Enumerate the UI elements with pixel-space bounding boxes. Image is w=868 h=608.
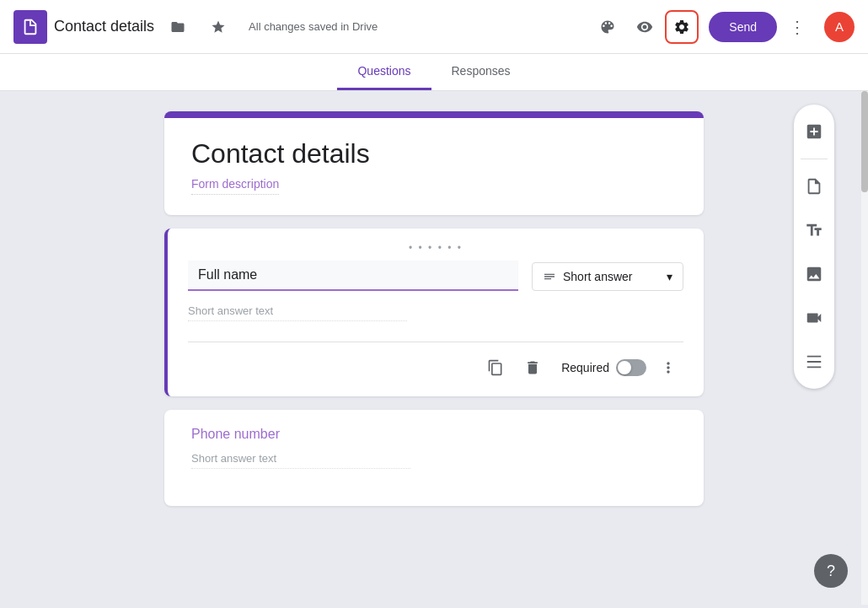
required-label: Required [561, 361, 609, 374]
topbar-icons: Send ⋮ A [591, 10, 855, 44]
topbar-left: Contact details All changes saved in Dri… [13, 10, 591, 44]
doc-title: Contact details [54, 18, 154, 35]
delete-question-button[interactable] [517, 352, 548, 383]
short-answer-icon [543, 270, 556, 283]
tabs: Questions Responses [0, 54, 868, 91]
add-section-button[interactable] [794, 342, 834, 382]
tab-questions[interactable]: Questions [337, 54, 431, 90]
form-title: Contact details [191, 138, 677, 169]
help-button[interactable]: ? [814, 554, 848, 588]
preview-icon-button[interactable] [628, 10, 662, 44]
import-question-button[interactable] [794, 166, 834, 207]
saved-text: All changes saved in Drive [249, 20, 378, 33]
form-description[interactable]: Form description [191, 177, 279, 195]
question-card-phone: Phone number Short answer text [164, 410, 704, 506]
copy-question-button[interactable] [480, 352, 511, 383]
more-question-options-button[interactable] [653, 352, 683, 383]
answer-type-label: Short answer [563, 270, 632, 283]
avatar: A [824, 12, 855, 42]
sidebar-divider1 [801, 159, 828, 159]
more-options-button[interactable]: ⋮ [780, 10, 814, 44]
star-icon-button[interactable] [201, 10, 235, 44]
app-icon [13, 10, 47, 44]
right-sidebar [794, 105, 834, 389]
question-input[interactable] [188, 261, 518, 291]
folder-icon-button[interactable] [161, 10, 195, 44]
question-card-fullname: • • • • • • Short answer ▾ Short answer … [164, 229, 704, 396]
phone-question-title[interactable]: Phone number [191, 427, 677, 442]
add-video-button[interactable] [794, 298, 834, 338]
add-image-button[interactable] [794, 254, 834, 294]
topbar: Contact details All changes saved in Dri… [0, 0, 868, 54]
scrollbar-thumb[interactable] [861, 91, 868, 192]
send-button[interactable]: Send [709, 12, 777, 42]
question-row: Short answer ▾ [188, 261, 683, 291]
required-toggle[interactable] [616, 359, 646, 376]
short-answer-placeholder: Short answer text [188, 304, 407, 321]
scrollbar[interactable] [861, 91, 868, 605]
question-actions: Required [188, 342, 683, 396]
customize-icon-button[interactable] [591, 10, 624, 44]
drag-handle: • • • • • • [188, 242, 683, 254]
add-question-button[interactable] [794, 111, 834, 152]
form-title-card: Contact details Form description [164, 111, 704, 215]
dropdown-arrow-icon: ▾ [667, 270, 672, 283]
answer-type-dropdown[interactable]: Short answer ▾ [532, 262, 683, 291]
content-area: Contact details Form description • • • •… [0, 91, 868, 605]
toggle-knob [618, 361, 631, 374]
settings-icon-button[interactable] [665, 10, 699, 44]
tab-responses[interactable]: Responses [431, 54, 531, 90]
phone-answer-placeholder: Short answer text [191, 452, 410, 469]
add-title-button[interactable] [794, 210, 834, 250]
